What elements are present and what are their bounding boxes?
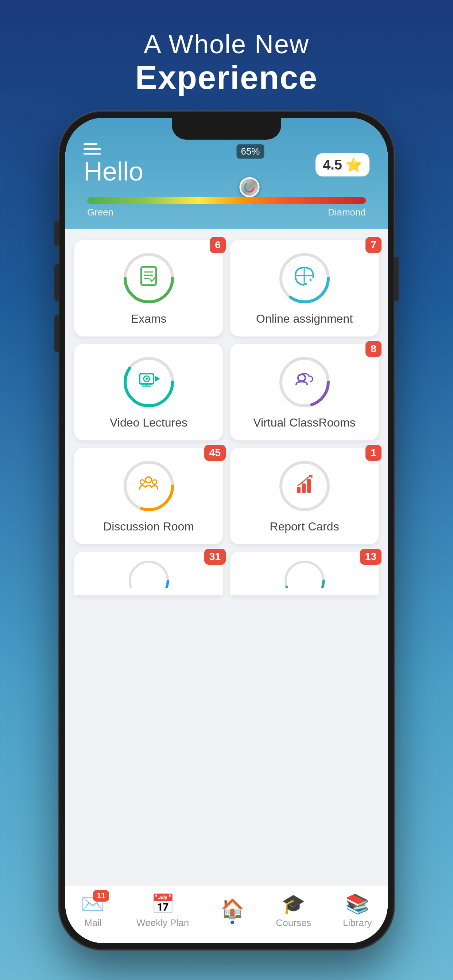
report-cards-icon-wrapper: [277, 459, 332, 513]
badge-discussion-room: 45: [204, 445, 226, 461]
calendar-icon: 📅: [151, 893, 175, 915]
page-header: A Whole New Experience: [135, 0, 318, 97]
card-virtual-classrooms[interactable]: 8: [230, 344, 379, 441]
online-assignment-label: Online assignment: [256, 312, 353, 326]
card-partial-2[interactable]: 13: [230, 552, 379, 595]
phone-frame: Hello 4.5 ⭐ 65%: [59, 111, 394, 950]
progress-bar: [87, 197, 366, 204]
header-top-bar: Hello 4.5 ⭐: [83, 143, 370, 186]
badge-partial-2: 13: [360, 549, 381, 565]
header-title: Experience: [135, 59, 318, 97]
notch: [172, 118, 281, 140]
menu-line-1: [83, 143, 97, 145]
nav-courses-label: Courses: [276, 917, 311, 929]
virtual-classrooms-icon-wrapper: [277, 355, 332, 409]
svg-point-38: [286, 562, 324, 588]
discussion-room-label: Discussion Room: [103, 520, 194, 533]
rating-value: 4.5: [323, 157, 342, 173]
progress-label-left: Green: [87, 207, 113, 218]
exams-icon: [137, 264, 161, 293]
online-assignment-icon: [292, 264, 316, 293]
volume-down-button: [54, 315, 59, 352]
nav-library-label: Library: [343, 917, 372, 929]
svg-rect-33: [297, 487, 301, 493]
virtual-classrooms-icon: [292, 368, 316, 397]
card-video-lectures[interactable]: Video Lectures: [74, 344, 223, 441]
rating-badge: 4.5 ⭐: [316, 153, 370, 177]
volume-up-button: [54, 264, 59, 301]
power-button: [394, 257, 399, 301]
header-subtitle: A Whole New: [135, 29, 318, 59]
partial-ring-2: [283, 559, 327, 588]
video-lectures-icon: [137, 368, 161, 397]
card-online-assignment[interactable]: 7: [230, 240, 379, 337]
nav-library[interactable]: 📚 Library: [343, 893, 372, 929]
nav-home-dot: [231, 921, 234, 924]
nav-weekly-plan-label: Weekly Plan: [136, 917, 189, 929]
silent-button: [54, 221, 59, 246]
nav-mail-label: Mail: [84, 917, 102, 929]
phone-screen: Hello 4.5 ⭐ 65%: [65, 118, 388, 943]
video-lectures-icon-wrapper: [121, 355, 176, 409]
app-content: 6: [65, 229, 388, 885]
card-exams[interactable]: 6: [74, 240, 223, 337]
card-partial-1[interactable]: 31: [74, 552, 223, 595]
greeting-text: Hello: [83, 156, 144, 186]
exams-icon-wrapper: [121, 251, 176, 305]
nav-home[interactable]: 🏠: [221, 897, 244, 924]
svg-point-30: [152, 480, 157, 484]
discussion-room-icon: [137, 472, 161, 501]
video-lectures-label: Video Lectures: [110, 416, 187, 430]
menu-section: Hello: [83, 143, 144, 186]
nav-mail[interactable]: ✉️ 11 Mail: [81, 893, 105, 929]
nav-courses[interactable]: 🎓 Courses: [276, 893, 311, 929]
mail-badge: 11: [93, 890, 109, 902]
card-row-3: 45: [74, 448, 379, 544]
hamburger-menu[interactable]: [83, 143, 144, 154]
progress-label-right: Diamond: [328, 207, 366, 218]
svg-point-20: [145, 378, 148, 380]
nav-weekly-plan[interactable]: 📅 Weekly Plan: [136, 893, 189, 929]
courses-icon: 🎓: [282, 893, 305, 915]
library-icon: 📚: [345, 893, 369, 915]
discussion-room-icon-wrapper: [121, 459, 176, 513]
star-icon: ⭐: [345, 157, 362, 173]
card-row-1: 6: [74, 240, 379, 337]
virtual-classrooms-label: Virtual ClassRooms: [253, 416, 355, 430]
badge-online-assignment: 7: [365, 237, 381, 253]
card-discussion-room[interactable]: 45: [74, 448, 223, 544]
online-assignment-icon-wrapper: [277, 251, 332, 305]
card-row-2: Video Lectures 8: [74, 344, 379, 441]
nav-mail-icon-wrap: ✉️ 11: [81, 893, 105, 915]
svg-point-28: [145, 477, 152, 483]
card-row-4-partial: 31 13: [74, 552, 379, 595]
svg-point-36: [130, 562, 168, 588]
bottom-nav: ✉️ 11 Mail 📅 Weekly Plan 🏠 🎓 Courses: [65, 885, 388, 943]
badge-report-cards: 1: [365, 445, 381, 461]
progress-pin-circle: [239, 177, 259, 197]
svg-rect-34: [302, 484, 306, 493]
home-icon: 🏠: [221, 897, 244, 920]
badge-partial-1: 31: [204, 549, 226, 565]
svg-marker-23: [155, 376, 160, 382]
partial-ring-1: [127, 559, 171, 588]
badge-virtual-classrooms: 8: [365, 341, 381, 357]
app-screen: Hello 4.5 ⭐ 65%: [65, 118, 388, 943]
progress-labels: Green Diamond: [87, 207, 366, 218]
report-cards-icon: [292, 472, 316, 501]
badge-exams: 6: [210, 237, 226, 253]
svg-rect-5: [141, 267, 156, 285]
svg-rect-35: [307, 479, 311, 493]
svg-point-29: [140, 480, 144, 484]
report-cards-label: Report Cards: [270, 520, 339, 533]
progress-section: 65% Green Diamond: [83, 197, 370, 218]
card-report-cards[interactable]: 1: [230, 448, 379, 544]
progress-percent: 65%: [236, 145, 264, 159]
menu-line-3: [83, 153, 101, 154]
menu-line-2: [83, 148, 101, 150]
exams-label: Exams: [131, 312, 167, 326]
